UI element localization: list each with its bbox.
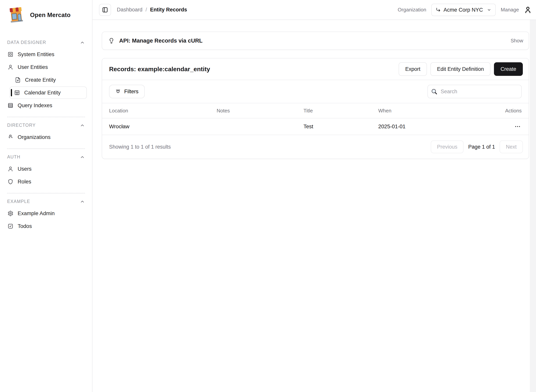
sidebar-item-todos[interactable]: Todos [5,220,87,232]
breadcrumb-separator: / [146,7,147,13]
square-check-icon [8,223,13,229]
next-page-button[interactable]: Next [500,140,523,153]
user-icon [8,64,13,70]
chevron-up-icon [80,123,85,128]
section-label: AUTH [7,154,20,160]
gear-icon [8,210,13,216]
sidebar: Open Mercato DATA DESIGNER System Entiti… [0,0,92,392]
previous-page-button[interactable]: Previous [431,140,464,153]
row-actions-button[interactable] [513,122,522,131]
sidebar-item-label: User Entities [18,64,48,70]
funnel-icon [115,89,121,94]
records-title: Records: example:calendar_entity [109,65,210,73]
cell-when: 2025-01-01 [378,123,491,130]
chevron-up-icon [80,199,85,204]
chevron-up-icon [80,40,85,45]
cell-location: Wrocław [109,123,217,130]
corner-down-right-icon [436,7,441,12]
table-footer: Showing 1 to 1 of 1 results Previous Pag… [102,135,529,159]
edit-entity-definition-button[interactable]: Edit Entity Definition [430,62,490,76]
filters-button[interactable]: Filters [109,85,145,98]
sidebar-item-label: Todos [18,223,32,229]
section-header-auth[interactable]: AUTH [5,152,87,162]
search-input[interactable] [427,85,522,98]
sidebar-item-label: Users [18,166,32,172]
section-label: DIRECTORY [7,123,36,128]
records-card: Records: example:calendar_entity Export … [102,58,529,159]
user-menu-icon[interactable] [524,6,532,14]
table-header-row: Location Notes Title When Actions [102,103,529,118]
sidebar-section-data-designer: DATA DESIGNER System Entities User Entit… [5,37,87,112]
organization-label: Organization [398,7,426,13]
rows-icon [8,103,13,108]
search-box [427,85,522,98]
content-area: API: Manage Records via cURL Show Record… [92,20,536,392]
app-root: Open Mercato DATA DESIGNER System Entiti… [0,0,536,392]
square-square-icon [8,51,13,57]
sidebar-divider [7,148,85,149]
scrollbar-gutter [530,20,536,392]
sidebar-item-roles[interactable]: Roles [5,176,87,188]
sidebar-item-label: Query Indexes [18,102,52,108]
manage-link[interactable]: Manage [501,7,519,13]
api-banner-title: API: Manage Records via cURL [119,37,202,44]
page-indicator: Page 1 of 1 [468,144,495,150]
sidebar-section-directory: DIRECTORY Organizations [5,120,87,143]
sidebar-divider [7,193,85,193]
records-card-header: Records: example:calendar_entity Export … [102,58,529,80]
shield-icon [8,179,13,185]
column-header-notes: Notes [217,108,303,114]
create-button[interactable]: Create [494,62,523,76]
sidebar-item-calendar-entity[interactable]: Calendar Entity [10,86,87,99]
breadcrumb-dashboard[interactable]: Dashboard [117,7,142,13]
sidebar-item-example-admin[interactable]: Example Admin [5,207,87,219]
show-link[interactable]: Show [511,38,523,44]
topbar-right: Organization Acme Corp NYC Manage [398,4,532,16]
sidebar-item-label: Organizations [18,134,51,140]
section-label: DATA DESIGNER [7,40,46,45]
api-banner: API: Manage Records via cURL Show [102,32,529,50]
topbar: Dashboard / Entity Records Organization … [92,0,536,20]
sidebar-item-query-indexes[interactable]: Query Indexes [5,99,87,112]
table-row[interactable]: Wrocław Test 2025-01-01 [102,118,529,135]
section-label: EXAMPLE [7,199,30,204]
app-logo: Open Mercato [5,0,87,34]
main-area: Dashboard / Entity Records Organization … [92,0,536,392]
table-icon [14,90,20,96]
sidebar-item-organizations[interactable]: Organizations [5,131,87,143]
organization-select[interactable]: Acme Corp NYC [431,4,496,16]
export-button[interactable]: Export [399,62,427,76]
search-icon [431,89,437,95]
section-header-data-designer[interactable]: DATA DESIGNER [5,37,87,48]
lightbulb-icon [108,38,115,44]
cell-title: Test [303,123,378,130]
org-tree-icon [8,134,13,140]
sidebar-item-create-entity[interactable]: Create Entity [12,74,87,86]
filters-label: Filters [124,89,139,95]
section-header-example[interactable]: EXAMPLE [5,196,87,207]
sidebar-item-users[interactable]: Users [5,163,87,175]
chevron-up-icon [80,155,85,160]
sidebar-section-example: EXAMPLE Example Admin Todos [5,196,87,232]
sidebar-item-label: Example Admin [18,210,55,216]
sidebar-item-system-entities[interactable]: System Entities [5,48,87,61]
pagination: Previous Page 1 of 1 Next [431,140,523,153]
user-icon [8,166,13,172]
chevron-down-icon [487,8,491,12]
column-header-title: Title [303,108,378,114]
organization-selected-value: Acme Corp NYC [444,7,483,13]
sidebar-item-label: Roles [18,179,31,185]
sidebar-toggle-button[interactable] [99,4,111,16]
file-plus-icon [15,77,21,83]
sidebar-item-label: Calendar Entity [24,90,61,96]
ellipsis-icon [514,123,521,130]
records-toolbar: Filters [102,80,529,103]
breadcrumb-current: Entity Records [150,7,187,13]
column-header-location: Location [109,108,217,114]
column-header-actions: Actions [491,108,522,114]
section-header-directory[interactable]: DIRECTORY [5,120,87,131]
results-summary: Showing 1 to 1 of 1 results [109,144,171,150]
records-header-actions: Export Edit Entity Definition Create [399,62,523,76]
storefront-logo-icon [8,7,25,23]
sidebar-item-user-entities[interactable]: User Entities [5,61,87,73]
